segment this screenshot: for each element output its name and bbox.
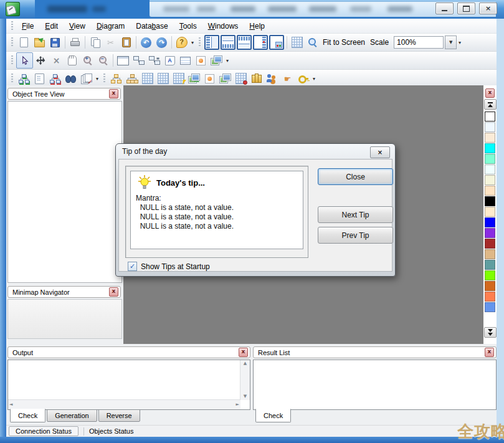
zoom-out-button[interactable]: − <box>95 53 111 68</box>
pane-toggle-top-button[interactable] <box>237 35 252 50</box>
fit-to-screen-label[interactable]: Fit to Screen <box>323 38 365 47</box>
swatch-beige[interactable] <box>485 175 495 185</box>
swatch-blueviolet[interactable] <box>485 228 495 238</box>
copy-button[interactable] <box>87 35 103 50</box>
swatch-coral[interactable] <box>485 292 495 302</box>
swatch-chocolate[interactable] <box>485 281 495 291</box>
rows-tool-button[interactable] <box>178 53 193 68</box>
menu-grip[interactable] <box>11 21 13 31</box>
new-file-button[interactable] <box>16 35 32 50</box>
table-mark-button[interactable] <box>233 71 249 86</box>
toolbar-overflow-arrow[interactable]: ▾ <box>459 40 461 45</box>
table-generate-button[interactable] <box>171 71 186 86</box>
menu-item-view[interactable]: View <box>64 21 91 32</box>
assign-button[interactable]: ☛ <box>280 71 295 86</box>
relation-tree-button[interactable] <box>108 71 124 86</box>
minimap-close-button[interactable]: x <box>109 287 118 297</box>
tip-close-button[interactable]: Close <box>318 168 393 185</box>
undo-button[interactable]: ↶ <box>138 35 154 50</box>
minimize-button[interactable] <box>435 2 454 14</box>
minimap-content[interactable] <box>7 299 122 339</box>
point-tool-button[interactable] <box>193 53 209 68</box>
script-button[interactable] <box>32 71 47 86</box>
toolbar-overflow-arrow[interactable]: ▾ <box>226 58 229 64</box>
table-button[interactable] <box>140 71 155 86</box>
cut-button[interactable]: ✂ <box>103 35 118 50</box>
menu-item-database[interactable]: Database <box>130 21 173 32</box>
object-tree-close-button[interactable]: x <box>109 89 118 98</box>
output-close-button[interactable]: x <box>239 348 248 357</box>
menu-item-diagram[interactable]: Diagram <box>91 21 130 32</box>
tab-check[interactable]: Check <box>255 409 291 422</box>
swatch-blue[interactable] <box>485 217 495 227</box>
select-tool-button[interactable] <box>16 52 33 69</box>
pane-toggle-right-button[interactable] <box>253 35 268 50</box>
users-button[interactable] <box>264 71 280 86</box>
tab-check[interactable]: Check <box>10 409 45 422</box>
print-button[interactable] <box>67 35 83 50</box>
show-tips-label[interactable]: Show Tips at Startup <box>141 262 210 271</box>
table-grid-button[interactable] <box>155 71 171 86</box>
swatch-blanchedalmond[interactable] <box>485 207 495 217</box>
tab-reverse[interactable]: Reverse <box>98 409 140 422</box>
find-button[interactable] <box>63 71 78 86</box>
help-button[interactable]: ? <box>174 35 189 50</box>
dialog-title-bar[interactable]: Tip of the day <box>116 144 395 159</box>
pan-tool-button[interactable] <box>64 53 80 68</box>
swatch-antiquewhite[interactable] <box>485 133 495 143</box>
key-button[interactable] <box>295 71 311 86</box>
save-button[interactable] <box>47 35 63 50</box>
swatch-chartreuse[interactable] <box>485 270 495 280</box>
menu-item-windows[interactable]: Windows <box>202 21 244 32</box>
image-export-button[interactable] <box>186 71 202 86</box>
menu-item-help[interactable]: Help <box>244 21 270 32</box>
swatch-aliceblue[interactable] <box>485 122 495 132</box>
swatch-aquamarine[interactable] <box>485 154 495 164</box>
palette-close-button[interactable]: x <box>485 88 495 98</box>
title-bar[interactable]: × <box>0 0 504 19</box>
output-content[interactable]: ▲ ▼ ◄ ► <box>7 360 250 410</box>
frame-tool-button[interactable] <box>115 53 131 68</box>
model-delete-button[interactable] <box>47 71 63 86</box>
redo-button[interactable]: ↷ <box>154 35 169 50</box>
scale-value[interactable]: 100% <box>394 36 444 49</box>
toolbar-grip[interactable] <box>11 74 13 83</box>
scroll-up-icon[interactable]: ▲ <box>244 361 247 366</box>
scroll-left-icon[interactable]: ◄ <box>9 403 12 407</box>
toolbar-overflow-arrow[interactable]: ▾ <box>96 76 98 82</box>
pane-toggle-left-button[interactable] <box>204 35 219 50</box>
swatch-bisque[interactable] <box>485 186 495 196</box>
close-button[interactable]: × <box>479 2 497 14</box>
swatch-cornflowerblue[interactable] <box>485 302 495 312</box>
toolbar-overflow-arrow[interactable]: ▾ <box>191 40 194 45</box>
result-list-content[interactable] <box>253 360 497 410</box>
dictionary-button[interactable] <box>249 71 264 86</box>
dialog-close-button[interactable]: × <box>370 146 390 158</box>
verify-pages-button[interactable]: ✓ <box>78 71 94 86</box>
link-entity-button[interactable] <box>131 53 146 68</box>
palette-scroll-down-button[interactable] <box>484 327 497 338</box>
output-horizontal-scrollbar[interactable]: ◄ ► <box>8 399 240 409</box>
zoom-fit-button[interactable] <box>305 35 320 50</box>
maximize-button[interactable] <box>457 2 475 14</box>
scroll-down-icon[interactable]: ▼ <box>244 394 247 399</box>
link-entities-button[interactable] <box>146 53 162 68</box>
move-tool-button[interactable] <box>33 53 49 68</box>
pane-toggle-corner-button[interactable] <box>269 35 284 50</box>
image-tool-button[interactable] <box>209 53 224 68</box>
toolbar-grip[interactable] <box>199 37 201 47</box>
model-check-button[interactable] <box>16 71 32 86</box>
org-chart-button[interactable] <box>124 71 140 86</box>
toolbar-grip[interactable] <box>11 55 13 65</box>
menu-item-tools[interactable]: Tools <box>174 21 202 32</box>
next-tip-button[interactable]: Next Tip <box>318 206 393 223</box>
swatch-aqua[interactable] <box>485 143 495 153</box>
paste-button[interactable] <box>118 35 134 50</box>
grid-toggle-button[interactable] <box>289 35 305 50</box>
menu-item-edit[interactable]: Edit <box>39 21 64 32</box>
toolbar-grip[interactable] <box>11 37 13 47</box>
result-list-close-button[interactable]: x <box>485 348 494 357</box>
toolbar-overflow-arrow[interactable]: ▾ <box>313 76 315 82</box>
palette-scroll-up-button[interactable] <box>484 99 497 110</box>
toolbar-grip[interactable] <box>103 74 105 83</box>
